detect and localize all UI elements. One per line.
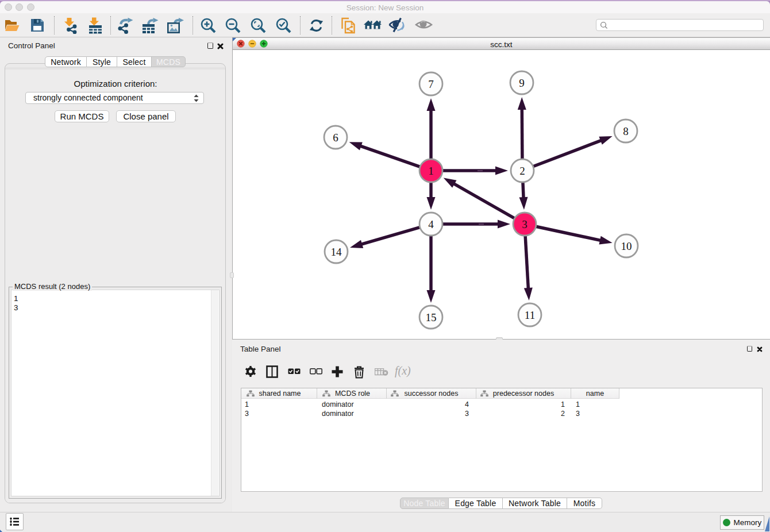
svg-text:3: 3: [522, 218, 528, 230]
svg-text:11: 11: [525, 309, 535, 321]
svg-text:15: 15: [426, 311, 437, 323]
svg-text:10: 10: [621, 240, 632, 252]
svg-text:7: 7: [428, 78, 434, 90]
svg-text:9: 9: [519, 77, 525, 89]
svg-text:6: 6: [333, 132, 338, 144]
svg-text:2: 2: [519, 165, 525, 177]
svg-text:4: 4: [428, 218, 434, 230]
svg-text:14: 14: [331, 246, 342, 258]
svg-text:1: 1: [428, 165, 434, 177]
svg-text:8: 8: [623, 125, 629, 137]
